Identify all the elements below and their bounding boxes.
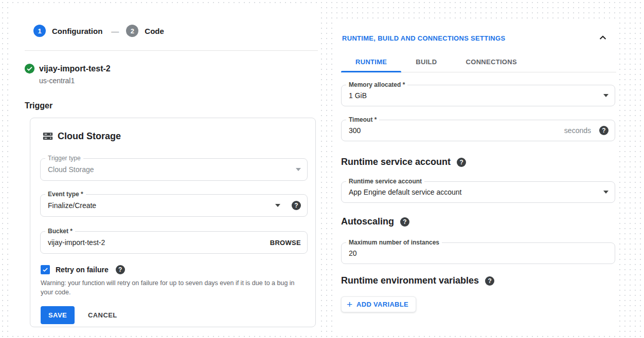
timeout-suffix: seconds: [564, 126, 591, 135]
timeout-value: 300: [349, 126, 361, 135]
tab-connections[interactable]: CONNECTIONS: [452, 55, 531, 72]
settings-tabs: RUNTIME BUILD CONNECTIONS: [341, 55, 616, 72]
settings-header-title[interactable]: RUNTIME, BUILD AND CONNECTIONS SETTINGS: [342, 34, 505, 42]
env-vars-heading-row: Runtime environment variables: [341, 275, 616, 286]
memory-allocated-select[interactable]: Memory allocated * 1 GiB: [341, 85, 615, 106]
memory-allocated-value: 1 GiB: [349, 91, 367, 100]
configuration-panel: 1 Configuration — 2 Code vijay-import-te…: [12, 5, 318, 333]
cancel-button[interactable]: CANCEL: [86, 306, 119, 324]
browse-button[interactable]: BROWSE: [270, 239, 301, 247]
autoscaling-heading: Autoscaling: [341, 216, 394, 227]
collapse-section-button[interactable]: [598, 33, 608, 43]
tab-runtime[interactable]: RUNTIME: [341, 55, 401, 72]
runtime-settings-panel: RUNTIME, BUILD AND CONNECTIONS SETTINGS …: [333, 22, 616, 333]
service-account-select[interactable]: Runtime service account App Engine defau…: [341, 181, 615, 203]
service-account-help-icon[interactable]: [457, 158, 466, 167]
step-configuration[interactable]: 1 Configuration: [33, 25, 102, 37]
retry-checkbox[interactable]: [41, 265, 50, 274]
max-instances-value: 20: [349, 249, 357, 257]
retry-label: Retry on failure: [56, 266, 109, 274]
trigger-card-title: Cloud Storage: [58, 131, 121, 142]
function-name-row: vijay-import-test-2: [24, 63, 318, 74]
divider: [25, 50, 318, 51]
event-type-value: Finalize/Create: [48, 201, 96, 210]
step-2-label: Code: [145, 27, 164, 35]
check-circle-icon: [24, 63, 35, 74]
autoscaling-heading-row: Autoscaling: [341, 216, 616, 227]
function-name: vijay-import-test-2: [39, 64, 111, 73]
timeout-label: Timeout *: [346, 116, 379, 124]
retry-help-icon[interactable]: [116, 265, 125, 274]
retry-warning-text: Warning: your function will retry on fai…: [41, 278, 299, 297]
autoscaling-help-icon[interactable]: [400, 217, 409, 227]
timeout-field[interactable]: Timeout * 300 seconds: [341, 120, 615, 141]
trigger-card-title-row: Cloud Storage: [42, 130, 306, 142]
event-type-help-icon[interactable]: [292, 201, 301, 210]
memory-allocated-label: Memory allocated *: [346, 81, 407, 89]
chevron-up-icon: [598, 33, 608, 43]
dropdown-arrow-icon: [603, 94, 609, 97]
env-vars-heading: Runtime environment variables: [341, 275, 479, 286]
bucket-label: Bucket *: [45, 228, 75, 235]
step-1-circle: 1: [33, 25, 46, 37]
max-instances-field[interactable]: Maximum number of instances 20: [341, 242, 615, 264]
service-account-value: App Engine default service account: [349, 188, 461, 196]
tab-build[interactable]: BUILD: [401, 55, 451, 72]
trigger-type-value: Cloud Storage: [48, 165, 94, 174]
plus-icon: [347, 301, 352, 308]
add-variable-button[interactable]: ADD VARIABLE: [341, 296, 416, 312]
service-account-heading: Runtime service account: [341, 157, 451, 167]
bucket-field[interactable]: Bucket * vijay-import-test-2 BROWSE: [40, 231, 308, 254]
step-2-circle: 2: [126, 25, 138, 37]
step-1-label: Configuration: [52, 27, 102, 35]
trigger-actions: SAVE CANCEL: [41, 306, 306, 324]
add-variable-label: ADD VARIABLE: [356, 301, 408, 308]
dropdown-arrow-icon: [603, 191, 609, 194]
env-vars-help-icon[interactable]: [485, 276, 494, 286]
service-account-heading-row: Runtime service account: [341, 157, 616, 167]
stepper: 1 Configuration — 2 Code: [33, 25, 318, 37]
dropdown-arrow-icon: [275, 204, 280, 207]
cloud-storage-icon: [42, 130, 53, 142]
bucket-value: vijay-import-test-2: [48, 238, 105, 247]
step-separator: —: [111, 27, 119, 35]
function-region: us-central1: [39, 77, 318, 85]
trigger-section-heading: Trigger: [25, 101, 318, 110]
event-type-label: Event type *: [45, 191, 86, 198]
trigger-type-label: Trigger type: [45, 155, 83, 162]
max-instances-label: Maximum number of instances: [346, 239, 442, 247]
trigger-card: Cloud Storage Trigger type Cloud Storage…: [30, 118, 316, 327]
trigger-type-select[interactable]: Trigger type Cloud Storage: [40, 158, 308, 181]
timeout-help-icon[interactable]: [599, 126, 609, 135]
settings-header-row: RUNTIME, BUILD AND CONNECTIONS SETTINGS: [342, 33, 608, 43]
event-type-select[interactable]: Event type * Finalize/Create: [40, 194, 308, 217]
save-button[interactable]: SAVE: [41, 306, 75, 324]
step-code[interactable]: 2 Code: [126, 25, 164, 37]
service-account-label: Runtime service account: [346, 178, 424, 185]
retry-on-failure-row: Retry on failure: [41, 265, 306, 274]
dropdown-arrow-icon: [296, 168, 301, 171]
